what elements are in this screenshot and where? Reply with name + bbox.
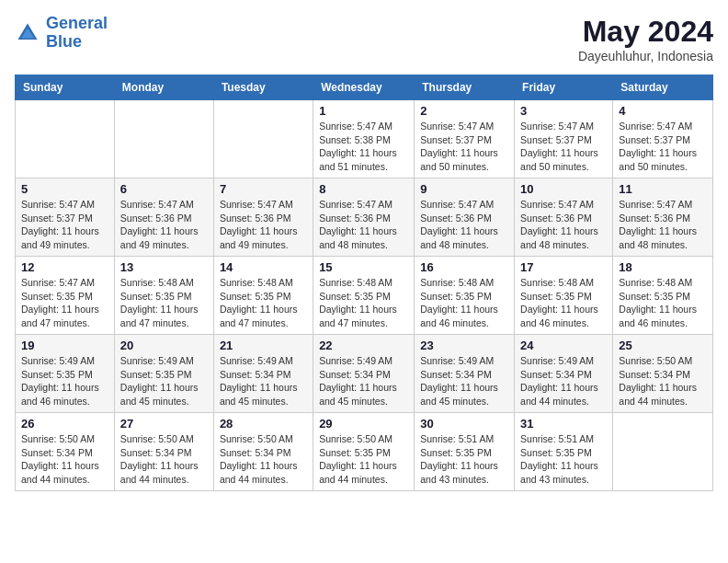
day-number: 16: [420, 260, 508, 274]
day-number: 8: [319, 182, 408, 196]
calendar-cell: 17Sunrise: 5:48 AMSunset: 5:35 PMDayligh…: [515, 257, 613, 335]
calendar-cell: 31Sunrise: 5:51 AMSunset: 5:35 PMDayligh…: [515, 413, 613, 491]
logo: General Blue: [15, 15, 108, 52]
calendar-cell: 15Sunrise: 5:48 AMSunset: 5:35 PMDayligh…: [313, 257, 415, 335]
day-number: 12: [21, 260, 108, 274]
day-info: Sunrise: 5:48 AMSunset: 5:35 PMDaylight:…: [420, 276, 508, 330]
day-number: 20: [120, 339, 208, 352]
day-info: Sunrise: 5:47 AMSunset: 5:37 PMDaylight:…: [619, 120, 707, 174]
day-info: Sunrise: 5:49 AMSunset: 5:35 PMDaylight:…: [21, 354, 108, 408]
calendar-cell: 7Sunrise: 5:47 AMSunset: 5:36 PMDaylight…: [213, 178, 313, 257]
calendar-cell: 6Sunrise: 5:47 AMSunset: 5:36 PMDaylight…: [114, 178, 213, 257]
header-monday: Monday: [114, 75, 213, 100]
day-info: Sunrise: 5:51 AMSunset: 5:35 PMDaylight:…: [520, 432, 607, 487]
calendar-cell: 30Sunrise: 5:51 AMSunset: 5:35 PMDayligh…: [415, 413, 515, 491]
day-info: Sunrise: 5:47 AMSunset: 5:37 PMDaylight:…: [520, 120, 607, 174]
calendar-body: 1Sunrise: 5:47 AMSunset: 5:38 PMDaylight…: [16, 100, 713, 491]
calendar-cell: 3Sunrise: 5:47 AMSunset: 5:37 PMDaylight…: [515, 100, 613, 178]
calendar-cell: 9Sunrise: 5:47 AMSunset: 5:36 PMDaylight…: [415, 178, 515, 257]
day-number: 14: [220, 260, 307, 274]
calendar-cell: 23Sunrise: 5:49 AMSunset: 5:34 PMDayligh…: [415, 335, 515, 413]
calendar-header: SundayMondayTuesdayWednesdayThursdayFrid…: [16, 75, 713, 100]
calendar-cell: 13Sunrise: 5:48 AMSunset: 5:35 PMDayligh…: [114, 257, 213, 335]
calendar-cell: 24Sunrise: 5:49 AMSunset: 5:34 PMDayligh…: [515, 335, 613, 413]
week-row-2: 5Sunrise: 5:47 AMSunset: 5:37 PMDaylight…: [16, 178, 713, 257]
calendar-cell: 5Sunrise: 5:47 AMSunset: 5:37 PMDaylight…: [16, 178, 115, 257]
day-info: Sunrise: 5:48 AMSunset: 5:35 PMDaylight:…: [520, 276, 607, 330]
calendar-cell: 26Sunrise: 5:50 AMSunset: 5:34 PMDayligh…: [16, 413, 115, 491]
header-wednesday: Wednesday: [313, 75, 415, 100]
calendar-cell: [213, 100, 313, 178]
day-number: 2: [420, 104, 508, 118]
day-info: Sunrise: 5:49 AMSunset: 5:34 PMDaylight:…: [420, 354, 508, 408]
day-info: Sunrise: 5:48 AMSunset: 5:35 PMDaylight:…: [120, 276, 208, 330]
week-row-4: 19Sunrise: 5:49 AMSunset: 5:35 PMDayligh…: [16, 335, 713, 413]
header-friday: Friday: [515, 75, 613, 100]
day-number: 17: [520, 260, 607, 274]
day-number: 11: [619, 182, 707, 196]
day-number: 5: [21, 182, 108, 196]
calendar-cell: 1Sunrise: 5:47 AMSunset: 5:38 PMDaylight…: [313, 100, 415, 178]
day-info: Sunrise: 5:47 AMSunset: 5:36 PMDaylight:…: [520, 198, 607, 252]
calendar-cell: 27Sunrise: 5:50 AMSunset: 5:34 PMDayligh…: [114, 413, 213, 491]
day-number: 10: [520, 182, 607, 196]
calendar-cell: 21Sunrise: 5:49 AMSunset: 5:34 PMDayligh…: [213, 335, 313, 413]
day-number: 30: [420, 417, 508, 431]
calendar-cell: 22Sunrise: 5:49 AMSunset: 5:34 PMDayligh…: [313, 335, 415, 413]
day-number: 28: [220, 417, 307, 431]
day-number: 9: [420, 182, 508, 196]
week-row-3: 12Sunrise: 5:47 AMSunset: 5:35 PMDayligh…: [16, 257, 713, 335]
day-number: 1: [319, 104, 408, 118]
header-sunday: Sunday: [16, 75, 115, 100]
day-number: 25: [619, 339, 707, 352]
day-info: Sunrise: 5:47 AMSunset: 5:36 PMDaylight:…: [120, 198, 208, 252]
day-info: Sunrise: 5:47 AMSunset: 5:38 PMDaylight:…: [319, 120, 408, 174]
calendar-cell: 10Sunrise: 5:47 AMSunset: 5:36 PMDayligh…: [515, 178, 613, 257]
week-row-1: 1Sunrise: 5:47 AMSunset: 5:38 PMDaylight…: [16, 100, 713, 178]
day-info: Sunrise: 5:48 AMSunset: 5:35 PMDaylight:…: [220, 276, 307, 330]
day-number: 3: [520, 104, 607, 118]
day-info: Sunrise: 5:47 AMSunset: 5:35 PMDaylight:…: [21, 276, 108, 330]
day-info: Sunrise: 5:47 AMSunset: 5:36 PMDaylight:…: [420, 198, 508, 252]
day-info: Sunrise: 5:49 AMSunset: 5:35 PMDaylight:…: [120, 354, 208, 408]
day-info: Sunrise: 5:49 AMSunset: 5:34 PMDaylight:…: [319, 354, 408, 408]
calendar-cell: [613, 413, 713, 491]
day-info: Sunrise: 5:48 AMSunset: 5:35 PMDaylight:…: [319, 276, 408, 330]
logo-icon: [15, 20, 40, 46]
day-number: 19: [21, 339, 108, 352]
calendar-cell: 19Sunrise: 5:49 AMSunset: 5:35 PMDayligh…: [16, 335, 115, 413]
calendar-cell: 12Sunrise: 5:47 AMSunset: 5:35 PMDayligh…: [16, 257, 115, 335]
day-info: Sunrise: 5:50 AMSunset: 5:34 PMDaylight:…: [619, 354, 707, 408]
header-thursday: Thursday: [415, 75, 515, 100]
day-info: Sunrise: 5:50 AMSunset: 5:34 PMDaylight:…: [21, 432, 108, 487]
day-info: Sunrise: 5:50 AMSunset: 5:35 PMDaylight:…: [319, 432, 408, 487]
week-row-5: 26Sunrise: 5:50 AMSunset: 5:34 PMDayligh…: [16, 413, 713, 491]
calendar-cell: 14Sunrise: 5:48 AMSunset: 5:35 PMDayligh…: [213, 257, 313, 335]
calendar-cell: 28Sunrise: 5:50 AMSunset: 5:34 PMDayligh…: [213, 413, 313, 491]
day-info: Sunrise: 5:47 AMSunset: 5:36 PMDaylight:…: [319, 198, 408, 252]
calendar-cell: 20Sunrise: 5:49 AMSunset: 5:35 PMDayligh…: [114, 335, 213, 413]
calendar-cell: [16, 100, 115, 178]
day-number: 15: [319, 260, 408, 274]
day-info: Sunrise: 5:47 AMSunset: 5:36 PMDaylight:…: [220, 198, 307, 252]
calendar-cell: 2Sunrise: 5:47 AMSunset: 5:37 PMDaylight…: [415, 100, 515, 178]
calendar-cell: 18Sunrise: 5:48 AMSunset: 5:35 PMDayligh…: [613, 257, 713, 335]
header-saturday: Saturday: [613, 75, 713, 100]
day-info: Sunrise: 5:49 AMSunset: 5:34 PMDaylight:…: [220, 354, 307, 408]
calendar-cell: 29Sunrise: 5:50 AMSunset: 5:35 PMDayligh…: [313, 413, 415, 491]
location: Dayeuhluhur, Indonesia: [578, 49, 713, 63]
month-year: May 2024: [578, 15, 713, 49]
calendar-table: SundayMondayTuesdayWednesdayThursdayFrid…: [15, 75, 713, 491]
calendar-cell: [114, 100, 213, 178]
day-number: 18: [619, 260, 707, 274]
day-info: Sunrise: 5:50 AMSunset: 5:34 PMDaylight:…: [120, 432, 208, 487]
day-number: 6: [120, 182, 208, 196]
day-number: 4: [619, 104, 707, 118]
day-info: Sunrise: 5:51 AMSunset: 5:35 PMDaylight:…: [420, 432, 508, 487]
day-info: Sunrise: 5:47 AMSunset: 5:37 PMDaylight:…: [420, 120, 508, 174]
day-number: 29: [319, 417, 408, 431]
day-info: Sunrise: 5:47 AMSunset: 5:36 PMDaylight:…: [619, 198, 707, 252]
title-area: May 2024 Dayeuhluhur, Indonesia: [578, 15, 713, 63]
day-number: 23: [420, 339, 508, 352]
day-info: Sunrise: 5:47 AMSunset: 5:37 PMDaylight:…: [21, 198, 108, 252]
